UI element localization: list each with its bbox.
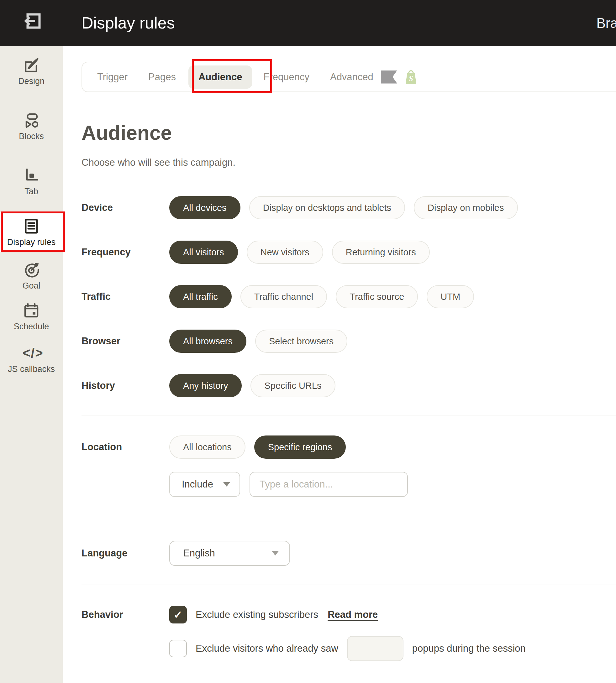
svg-text:S: S: [409, 74, 413, 83]
pill-new-visitors[interactable]: New visitors: [247, 241, 323, 264]
top-header: Display rules Bra: [0, 0, 616, 46]
tab-frequency[interactable]: Frequency: [263, 71, 309, 83]
exclude-visitors-checkbox[interactable]: [169, 640, 187, 657]
location-controls: Include: [169, 472, 616, 497]
sidebar-item-label: Tab: [24, 187, 38, 196]
goal-target-icon: [23, 261, 40, 278]
back-exit-icon[interactable]: [23, 11, 42, 30]
header-right-text[interactable]: Bra: [597, 0, 616, 46]
pill-traffic-channel[interactable]: Traffic channel: [240, 285, 327, 308]
traffic-row: Traffic All traffic Traffic channel Traf…: [82, 285, 616, 308]
row-label-location: Location: [82, 441, 169, 453]
row-label-language: Language: [82, 548, 169, 559]
pill-all-browsers[interactable]: All browsers: [169, 329, 246, 353]
audience-panel: Audience Choose who will see this campai…: [82, 122, 616, 661]
tab-pages[interactable]: Pages: [148, 71, 176, 83]
language-dropdown[interactable]: English: [169, 541, 290, 566]
include-dropdown[interactable]: Include: [169, 472, 240, 497]
location-search-input[interactable]: [249, 472, 408, 497]
section-heading: Audience: [82, 122, 616, 143]
sidebar-item-display-rules[interactable]: Display rules: [0, 212, 63, 252]
tab-audience[interactable]: Audience: [189, 66, 252, 89]
history-row: History Any history Specific URLs: [82, 374, 616, 397]
row-label-behavior: Behavior: [82, 609, 169, 620]
sidebar-item-label: Display rules: [7, 237, 56, 247]
read-more-link[interactable]: Read more: [328, 609, 378, 620]
sidebar-item-blocks[interactable]: Blocks: [0, 112, 63, 141]
pill-all-devices[interactable]: All devices: [169, 196, 240, 219]
sidebar-item-tab[interactable]: Tab: [0, 167, 63, 197]
page-title: Display rules: [82, 0, 175, 46]
section-subtitle: Choose who will see this campaign.: [82, 157, 616, 168]
sidebar-item-label: Design: [18, 76, 45, 86]
code-icon: </>: [23, 344, 40, 362]
pill-returning-visitors[interactable]: Returning visitors: [332, 241, 430, 264]
frequency-row: Frequency All visitors New visitors Retu…: [82, 241, 616, 264]
pill-desktops-tablets[interactable]: Display on desktops and tablets: [249, 196, 405, 219]
sidebar-item-goal[interactable]: Goal: [0, 261, 63, 291]
section-divider: [82, 585, 616, 585]
exclude-subscribers-label: Exclude existing subscribers: [196, 609, 318, 620]
tab-advanced[interactable]: Advanced: [330, 71, 373, 83]
flag-icon: [381, 70, 397, 84]
design-brush-icon: [23, 56, 40, 74]
sidebar-item-schedule[interactable]: Schedule: [0, 302, 63, 332]
location-row: Location All locations Specific regions: [82, 435, 616, 459]
pill-all-traffic[interactable]: All traffic: [169, 285, 232, 308]
row-label-frequency: Frequency: [82, 247, 169, 258]
row-label-device: Device: [82, 202, 169, 213]
row-label-browser: Browser: [82, 336, 169, 347]
pill-mobiles[interactable]: Display on mobiles: [414, 196, 518, 219]
language-dropdown-value: English: [183, 548, 215, 559]
tab-trigger[interactable]: Trigger: [97, 71, 128, 83]
section-divider: [82, 415, 616, 415]
language-row: Language English: [82, 541, 616, 566]
blocks-media-icon: [23, 112, 40, 129]
include-dropdown-value: Include: [182, 479, 213, 490]
browser-row: Browser All browsers Select browsers: [82, 329, 616, 353]
pill-all-visitors[interactable]: All visitors: [169, 241, 238, 264]
rules-tabbar: Trigger Pages Audience Frequency Advance…: [82, 62, 616, 92]
pill-all-locations[interactable]: All locations: [169, 435, 245, 459]
device-row: Device All devices Display on desktops a…: [82, 196, 616, 219]
chevron-down-icon: [223, 482, 230, 486]
document-lines-icon: [23, 218, 40, 235]
exclude-subscribers-checkbox[interactable]: ✓: [169, 606, 187, 623]
sidebar-item-label: Blocks: [19, 132, 44, 141]
sidebar-item-label: JS callbacks: [8, 364, 55, 374]
row-label-history: History: [82, 380, 169, 391]
pill-utm[interactable]: UTM: [427, 285, 474, 308]
sidebar-item-design[interactable]: Design: [0, 56, 63, 86]
exclude-visitors-label-after: popups during the session: [412, 643, 526, 654]
exclude-visitors-label-before: Exclude visitors who already saw: [196, 643, 338, 654]
row-label-traffic: Traffic: [82, 291, 169, 302]
chevron-down-icon: [272, 551, 279, 555]
pill-any-history[interactable]: Any history: [169, 374, 242, 397]
left-sidebar: Design Blocks Tab Display rules: [0, 46, 63, 683]
behavior-row: Behavior ✓ Exclude existing subscribers …: [82, 606, 616, 623]
shopify-bag-icon: S: [404, 69, 418, 85]
sidebar-item-label: Schedule: [14, 322, 49, 331]
tab-corner-icon: [23, 167, 40, 184]
sidebar-item-label: Goal: [22, 281, 40, 291]
pill-traffic-source[interactable]: Traffic source: [336, 285, 418, 308]
behavior-row-2: Exclude visitors who already saw popups …: [169, 636, 616, 661]
sidebar-item-js-callbacks[interactable]: </> JS callbacks: [0, 344, 63, 374]
checkmark-icon: ✓: [174, 609, 183, 621]
popup-count-input[interactable]: [347, 636, 403, 661]
calendar-icon: [23, 302, 40, 319]
pill-specific-regions[interactable]: Specific regions: [254, 435, 346, 459]
pill-specific-urls[interactable]: Specific URLs: [250, 374, 335, 397]
pill-select-browsers[interactable]: Select browsers: [255, 329, 347, 353]
